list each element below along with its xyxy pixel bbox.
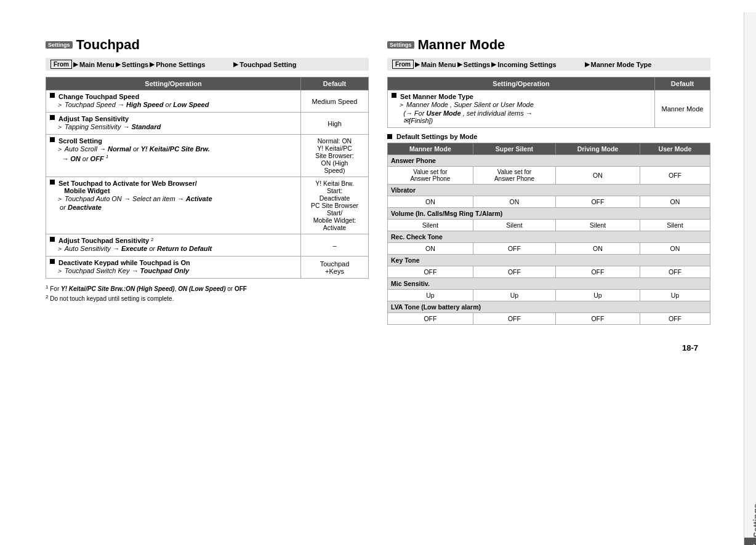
cell-rct-um: ON — [640, 243, 710, 255]
cell-vol-um: Silent — [640, 220, 710, 231]
table-row: Adjust Touchpad Sensitivity 2 ＞ Auto Sen… — [46, 234, 369, 257]
table-row: Vibrator — [388, 185, 710, 196]
right-arrow-4: ▶ — [585, 61, 590, 68]
two-column-layout: Settings Touchpad From ▶ Main Menu ▶ Set… — [27, 25, 729, 337]
cell-lva-mm: OFF — [388, 313, 473, 325]
left-settings-badge: Settings — [46, 41, 73, 49]
row-operation: Set Touchpad to Activate for Web Browser… — [46, 177, 301, 234]
section-volume: Volume (In. Calls/Msg Ring T./Alarm) — [388, 208, 710, 220]
bullet-icon — [392, 93, 396, 98]
right-sidebar: Settings 18 — [744, 12, 756, 545]
left-bc-4: Touchpad Setting — [239, 61, 296, 68]
cell-ms-ss: Up — [473, 290, 555, 301]
cell-ap-dm: ON — [556, 167, 640, 185]
cell-ap-um: OFF — [640, 167, 710, 185]
table-row: ON ON OFF ON — [388, 196, 710, 208]
left-bc-2: Settings — [122, 61, 148, 68]
table-row: Up Up Up Up — [388, 290, 710, 301]
cell-vib-mm: ON — [388, 196, 473, 208]
footnote-2: 2 Do not touch keypad until setting is c… — [46, 293, 369, 303]
row-operation: Adjust Touchpad Sensitivity 2 ＞ Auto Sen… — [46, 234, 301, 257]
section-mic-sens: Mic Sensitiv. — [388, 278, 710, 290]
cell-rct-mm: ON — [388, 243, 473, 255]
bullet-icon — [50, 180, 55, 185]
bullet-icon — [50, 93, 55, 98]
cell-rct-ss: OFF — [473, 243, 555, 255]
cell-kt-dm: OFF — [556, 266, 640, 278]
right-col1-header: Setting/Operation — [388, 78, 655, 90]
cell-rct-dm: ON — [556, 243, 640, 255]
cell-vol-ss: Silent — [473, 220, 555, 231]
section-lva-tone: LVA Tone (Low battery alarm) — [388, 301, 710, 313]
left-arrow-1: ▶ — [73, 61, 78, 68]
table-row: Mic Sensitiv. — [388, 278, 710, 290]
cell-vib-um: ON — [640, 196, 710, 208]
cell-ms-mm: Up — [388, 290, 473, 301]
table-row: Change Touchpad Speed ＞ Touchpad Speed →… — [46, 90, 369, 113]
left-breadcrumb: From ▶ Main Menu ▶ Settings ▶ Phone Sett… — [46, 58, 369, 71]
table-row: Set Manner Mode Type ＞ Manner Mode , Sup… — [388, 90, 710, 128]
table-row: LVA Tone (Low battery alarm) — [388, 301, 710, 313]
table-row: OFF OFF OFF OFF — [388, 313, 710, 325]
right-bc-1: Main Menu — [421, 61, 456, 68]
row-operation: Change Touchpad Speed ＞ Touchpad Speed →… — [46, 90, 301, 113]
right-section-title: Settings Manner Mode — [387, 37, 710, 53]
right-top-table: Setting/Operation Default Set Manner Mod… — [387, 77, 710, 128]
col-super-silent: Super Silent — [473, 143, 555, 155]
sidebar-settings-label: Settings — [752, 25, 757, 538]
default-settings-label: Default Settings by Mode — [387, 133, 710, 140]
left-col1-header: Setting/Operation — [46, 78, 301, 90]
right-title: Manner Mode — [418, 37, 505, 53]
left-section-title: Settings Touchpad — [46, 37, 369, 53]
bullet-icon — [50, 237, 55, 242]
col-driving-mode: Driving Mode — [556, 143, 640, 155]
left-arrow-4: ▶ — [233, 61, 238, 68]
cell-ap-mm: Value set forAnswer Phone — [388, 167, 473, 185]
cell-lva-um: OFF — [640, 313, 710, 325]
row-default: High — [301, 113, 369, 135]
page-container: Settings Touchpad From ▶ Main Menu ▶ Set… — [12, 12, 756, 545]
bullet-icon — [387, 134, 392, 139]
table-row: Silent Silent Silent Silent — [388, 220, 710, 231]
table-row: ON OFF ON ON — [388, 243, 710, 255]
section-rec-check: Rec. Check Tone — [388, 231, 710, 243]
row-default: Y! Keitai Brw.Start:DeactivatePC Site Br… — [301, 177, 369, 234]
right-panel: Settings Manner Mode From ▶ Main Menu ▶ … — [387, 37, 710, 325]
row-default: Medium Speed — [301, 90, 369, 113]
left-panel: Settings Touchpad From ▶ Main Menu ▶ Set… — [46, 37, 369, 325]
table-row: Adjust Tap Sensitivity ＞ Tapping Sensiti… — [46, 113, 369, 135]
cell-vol-dm: Silent — [556, 220, 640, 231]
right-arrow-1: ▶ — [415, 61, 420, 68]
cell-kt-um: OFF — [640, 266, 710, 278]
table-row: OFF OFF OFF OFF — [388, 266, 710, 278]
bullet-icon — [50, 259, 55, 264]
row-operation: Deactivate Keypad while Touchpad is On ＞… — [46, 257, 301, 279]
section-key-tone: Key Tone — [388, 255, 710, 266]
row-default: – — [301, 234, 369, 257]
left-title: Touchpad — [76, 37, 140, 53]
section-answer-phone: Answer Phone — [388, 155, 710, 167]
left-arrow-2: ▶ — [116, 61, 121, 68]
row-default: Touchpad+Keys — [301, 257, 369, 279]
table-row: Volume (In. Calls/Msg Ring T./Alarm) — [388, 208, 710, 220]
left-footnotes: 1 For Y! Keitai/PC Site Brw.:ON (High Sp… — [46, 284, 369, 304]
manner-mode-table: Manner Mode Super Silent Driving Mode Us… — [387, 143, 710, 325]
right-bc-4: Manner Mode Type — [591, 61, 652, 68]
right-breadcrumb: From ▶ Main Menu ▶ Settings ▶ Incoming S… — [387, 58, 710, 71]
cell-ms-dm: Up — [556, 290, 640, 301]
cell-lva-dm: OFF — [556, 313, 640, 325]
left-arrow-3: ▶ — [150, 61, 155, 68]
cell-lva-ss: OFF — [473, 313, 555, 325]
table-row: Value set forAnswer Phone Value set forA… — [388, 167, 710, 185]
row-operation: Scroll Setting ＞ Auto Scroll → Normal or… — [46, 135, 301, 177]
right-from-label: From — [392, 60, 414, 69]
left-bc-1: Main Menu — [79, 61, 115, 68]
left-col2-header: Default — [301, 78, 369, 90]
table-row: Scroll Setting ＞ Auto Scroll → Normal or… — [46, 135, 369, 177]
cell-kt-mm: OFF — [388, 266, 473, 278]
cell-ms-um: Up — [640, 290, 710, 301]
row-default: Manner Mode — [655, 90, 710, 128]
footnote-1: 1 For Y! Keitai/PC Site Brw.:ON (High Sp… — [46, 284, 369, 293]
cell-vib-ss: ON — [473, 196, 555, 208]
right-bc-3: Incoming Settings — [497, 61, 556, 68]
